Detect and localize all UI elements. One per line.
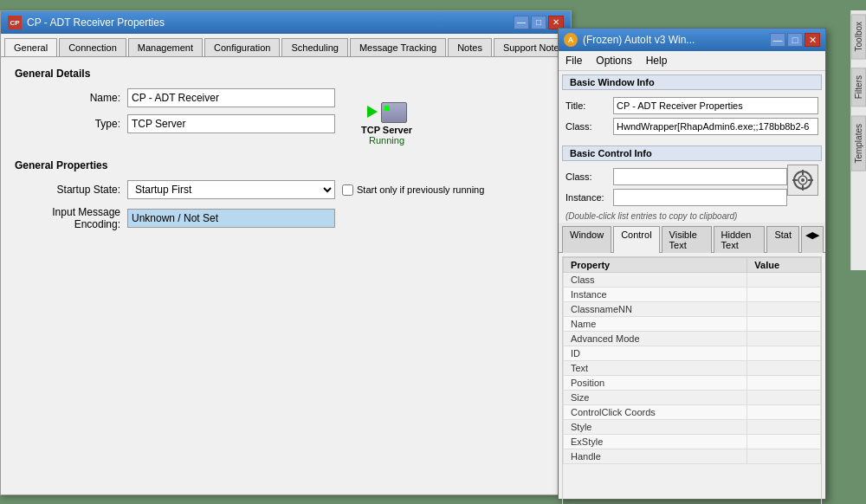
table-row[interactable]: ID — [564, 346, 821, 361]
properties-table-container: Property Value ClassInstanceClassnameNNN… — [562, 256, 822, 504]
basic-control-info-section: Class: Instance: — [559, 165, 825, 210]
autoit-tabs: Window Control Visible Text Hidden Text … — [559, 223, 825, 253]
basic-control-info-title: Basic Control Info — [562, 145, 822, 161]
menu-help[interactable]: Help — [643, 53, 671, 68]
basic-window-info-title: Basic Window Info — [562, 74, 822, 90]
general-properties-title: General Properties — [15, 159, 557, 171]
type-input[interactable] — [127, 114, 335, 133]
name-input[interactable] — [127, 88, 335, 107]
menu-file[interactable]: File — [562, 53, 585, 68]
control-class-input[interactable] — [613, 168, 787, 185]
menu-options[interactable]: Options — [592, 53, 635, 68]
tab-message-tracking[interactable]: Message Tracking — [350, 38, 446, 57]
autoit-title-left: A (Frozen) AutoIt v3 Win... — [564, 33, 695, 47]
app-icon: CP — [8, 16, 22, 29]
finder-tool-button[interactable] — [787, 165, 818, 196]
tab-notes[interactable]: Notes — [448, 38, 492, 57]
table-row[interactable]: Style — [564, 420, 821, 435]
filters-tab[interactable]: Filters — [851, 68, 866, 107]
name-label: Name: — [15, 92, 127, 104]
server-running-status: Running — [369, 135, 404, 145]
table-row[interactable]: ExStyle — [564, 435, 821, 449]
autoit-tab-visible-text[interactable]: Visible Text — [662, 226, 712, 253]
autoit-tab-control[interactable]: Control — [613, 226, 659, 253]
autoit-window: A (Frozen) AutoIt v3 Win... — □ ✕ File O… — [558, 28, 826, 500]
col-property: Property — [564, 258, 747, 273]
general-details-title: General Details — [15, 68, 557, 80]
autoit-titlebar: A (Frozen) AutoIt v3 Win... — □ ✕ — [559, 29, 825, 51]
table-row[interactable]: Name — [564, 317, 821, 332]
tcp-server-label: TCP Server — [361, 125, 412, 135]
titlebar-controls: — □ ✕ — [514, 16, 564, 29]
tab-management[interactable]: Management — [128, 38, 203, 57]
main-window: CP CP - ADT Receiver Properties — □ ✕ Ge… — [0, 10, 572, 495]
tab-connection[interactable]: Connection — [59, 38, 126, 57]
control-info-form: Class: Instance: — [565, 165, 787, 210]
minimize-button[interactable]: — — [514, 16, 529, 29]
window-class-input[interactable] — [613, 118, 818, 135]
autoit-maximize-button[interactable]: □ — [787, 33, 803, 47]
hint-text: (Double-click list entries to copy to cl… — [559, 210, 825, 223]
main-window-title: CP - ADT Receiver Properties — [27, 16, 165, 29]
maximize-button[interactable]: □ — [531, 16, 546, 29]
autoit-tab-stat[interactable]: Stat — [766, 226, 799, 253]
autoit-tab-window[interactable]: Window — [562, 226, 611, 253]
table-row[interactable]: Text — [564, 361, 821, 376]
tab-scheduling[interactable]: Scheduling — [281, 38, 347, 57]
control-instance-input[interactable] — [613, 189, 787, 206]
start-only-checkbox[interactable] — [342, 184, 353, 196]
input-encoding-field[interactable] — [127, 209, 335, 228]
startup-state-row: Startup State: Startup First Manual Disa… — [15, 180, 557, 199]
input-encoding-row: Input Message Encoding: — [15, 206, 557, 230]
tcp-server-icon — [366, 88, 408, 123]
checkbox-row: Start only if previously running — [342, 184, 484, 196]
autoit-tab-more[interactable]: ◀▶ — [801, 226, 824, 253]
main-window-titlebar: CP CP - ADT Receiver Properties — □ ✕ — [1, 11, 571, 34]
table-row[interactable]: Position — [564, 376, 821, 391]
control-class-label: Class: — [565, 171, 613, 182]
autoit-close-button[interactable]: ✕ — [805, 33, 820, 47]
table-row[interactable]: Class — [564, 273, 821, 288]
toolbox-tab[interactable]: Toolbox — [851, 14, 866, 59]
startup-state-label: Startup State: — [15, 184, 127, 196]
properties-table: Property Value ClassInstanceClassnameNNN… — [563, 257, 821, 464]
svg-point-8 — [801, 178, 805, 182]
col-value: Value — [747, 258, 821, 273]
tabs-bar: General Connection Management Configurat… — [1, 34, 571, 57]
general-properties-section: General Properties Startup State: Startu… — [15, 159, 557, 230]
autoit-window-title: (Frozen) AutoIt v3 Win... — [583, 34, 695, 46]
checkbox-label: Start only if previously running — [357, 184, 484, 195]
table-row[interactable]: Instance — [564, 288, 821, 302]
svg-text:CP: CP — [10, 19, 20, 27]
table-row[interactable]: Handle — [564, 449, 821, 464]
type-label: Type: — [15, 118, 127, 130]
autoit-app-icon: A — [564, 33, 578, 47]
templates-tab[interactable]: Templates — [851, 116, 866, 171]
basic-window-info-form: Title: Class: — [559, 94, 825, 142]
table-row[interactable]: ControlClick Coords — [564, 405, 821, 420]
window-title-input[interactable] — [613, 97, 818, 114]
table-row[interactable]: ClassnameNN — [564, 302, 821, 317]
window-title-row: Title: — [565, 97, 818, 114]
window-class-label: Class: — [565, 121, 613, 132]
table-row[interactable]: Size — [564, 391, 821, 405]
play-arrow-icon — [367, 106, 378, 118]
name-row: Name: — [15, 88, 335, 107]
window-title-label: Title: — [565, 100, 613, 111]
titlebar-left: CP CP - ADT Receiver Properties — [8, 16, 165, 29]
autoit-minimize-button[interactable]: — — [770, 33, 785, 47]
control-instance-label: Instance: — [565, 192, 613, 203]
input-encoding-label: Input Message Encoding: — [15, 206, 127, 230]
tab-general[interactable]: General — [4, 38, 57, 57]
server-box-icon — [381, 102, 407, 123]
control-instance-row: Instance: — [565, 189, 787, 206]
table-row[interactable]: Advanced Mode — [564, 332, 821, 346]
tcp-server-icon-group: TCP Server Running — [361, 88, 412, 145]
control-class-row: Class: — [565, 168, 787, 185]
server-light-icon — [385, 106, 390, 111]
startup-state-select[interactable]: Startup First Manual Disabled — [127, 180, 335, 199]
autoit-menubar: File Options Help — [559, 51, 825, 71]
tab-configuration[interactable]: Configuration — [204, 38, 280, 57]
autoit-tab-hidden-text[interactable]: Hidden Text — [714, 226, 766, 253]
window-class-row: Class: — [565, 118, 818, 135]
